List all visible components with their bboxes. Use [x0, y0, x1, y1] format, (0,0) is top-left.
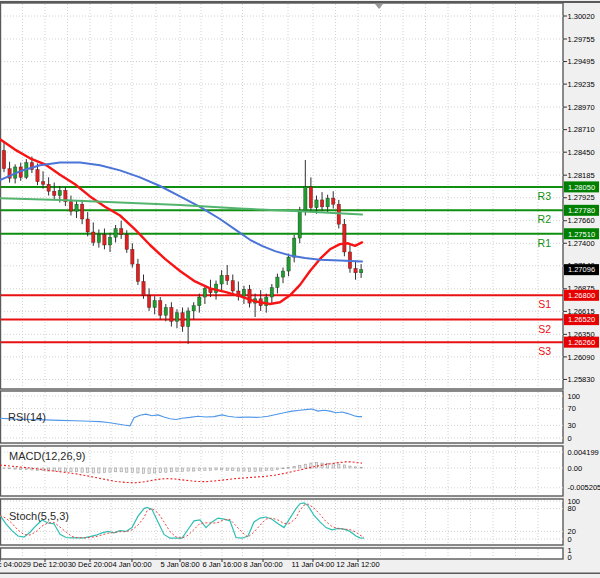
price-tick-label: 1.30020 — [568, 12, 595, 21]
macd-bar — [343, 465, 345, 468]
level-chip-S3-text: 1.26260 — [568, 338, 595, 347]
candle-body — [58, 190, 61, 195]
candle-body — [354, 268, 357, 272]
macd-bar — [349, 466, 351, 468]
time-tick-label: 5 Jan 08:00 — [160, 560, 199, 569]
candle-body — [131, 249, 134, 264]
macd-bar — [327, 463, 329, 468]
macd-bar — [265, 468, 267, 471]
candle-body — [175, 313, 178, 322]
price-pane[interactable] — [1, 3, 564, 389]
chart-window: R3R2R1S1S2S31.300201.297551.294951.29235… — [0, 0, 600, 578]
candle-body — [75, 204, 78, 211]
macd-bar — [87, 468, 89, 473]
macd-bar — [338, 464, 340, 468]
macd-bar — [304, 464, 306, 468]
macd-bar — [209, 468, 211, 470]
macd-bar — [131, 468, 133, 473]
rsi-tick-label: 0 — [568, 434, 572, 443]
macd-bar — [248, 468, 250, 471]
macd-tick-label: 0.00 — [568, 464, 583, 473]
macd-bar — [165, 468, 167, 472]
macd-bar — [137, 468, 139, 473]
price-tick-label: 1.27660 — [568, 216, 595, 225]
stoch-tick-label: 0 — [568, 535, 572, 544]
stoch-title: Stoch(5,5,3) — [9, 510, 69, 522]
macd-bar — [109, 468, 111, 472]
candle-body — [359, 270, 362, 273]
level-label-R1: R1 — [538, 237, 552, 249]
candle-body — [192, 306, 195, 311]
candle-body — [304, 187, 307, 210]
price-axis[interactable]: 1.300201.297551.294951.292351.289701.287… — [563, 12, 600, 562]
macd-bar — [8, 468, 10, 469]
rsi-title: RSI(14) — [8, 411, 46, 423]
candlestick-chart[interactable]: R3R2R1S1S2S31.300201.297551.294951.29235… — [0, 0, 600, 578]
macd-bar — [187, 468, 189, 471]
rsi-tick-label: 70 — [568, 404, 576, 413]
candle-body — [164, 307, 167, 315]
candle-body — [119, 229, 122, 235]
macd-bar — [237, 468, 239, 471]
macd-bar — [221, 468, 223, 470]
macd-bar — [254, 468, 256, 471]
price-tick-label: 1.29755 — [568, 35, 595, 44]
macd-bar — [193, 468, 195, 471]
candle-body — [198, 297, 201, 306]
level-label-S3: S3 — [538, 345, 551, 357]
macd-bar — [154, 468, 156, 473]
candle-body — [287, 257, 290, 271]
price-tick-label: 1.27400 — [568, 239, 595, 248]
time-tick-label: 29 Dec 12:00 — [23, 560, 68, 569]
time-tick-label: 4 Jan 00:00 — [112, 560, 151, 569]
price-tick-label: 1.27925 — [568, 193, 595, 202]
level-chip-R1-text: 1.27510 — [568, 230, 595, 239]
candle-body — [153, 301, 156, 308]
candle-body — [159, 301, 162, 316]
macd-bar — [103, 468, 105, 473]
macd-bar — [293, 466, 295, 468]
candle-body — [41, 182, 44, 185]
macd-bar — [120, 468, 122, 472]
price-tick-label: 1.26090 — [568, 353, 595, 362]
time-tick-label: 28 Dec 04:00 — [0, 560, 22, 569]
price-tick-label: 1.28185 — [568, 171, 595, 180]
macd-bar — [176, 468, 178, 471]
candle-body — [170, 307, 173, 321]
level-label-R2: R2 — [538, 213, 552, 225]
candle-body — [298, 210, 301, 238]
time-axis[interactable]: 28 Dec 04:0029 Dec 12:0030 Dec 20:004 Ja… — [0, 559, 380, 569]
candle-body — [309, 187, 312, 208]
macd-bar — [70, 468, 72, 472]
macd-bar — [198, 468, 200, 471]
candle-body — [97, 235, 100, 243]
rsi-tick-label: 30 — [568, 421, 576, 430]
macd-bar — [3, 468, 5, 469]
scale-tick-label: 0 — [568, 553, 572, 562]
current-price-chip-text: 1.27096 — [568, 265, 595, 274]
candle-body — [320, 200, 323, 207]
level-chip-R2-text: 1.27780 — [568, 206, 595, 215]
price-tick-label: 1.29235 — [568, 80, 595, 89]
macd-bar — [81, 468, 83, 472]
macd-bar — [204, 468, 206, 470]
macd-tick-label: -0.005205 — [568, 483, 600, 492]
candle-body — [86, 219, 89, 232]
candle-body — [53, 191, 56, 195]
macd-title: MACD(12,26,9) — [9, 450, 85, 462]
time-tick-label: 30 Dec 20:00 — [68, 560, 113, 569]
level-chip-S2-text: 1.26520 — [568, 315, 595, 324]
time-tick-label: 6 Jan 16:00 — [202, 560, 241, 569]
rsi-pane[interactable] — [1, 391, 564, 443]
candle-body — [315, 200, 318, 208]
macd-bar — [98, 468, 100, 473]
macd-bar — [215, 468, 217, 470]
candle-body — [108, 237, 111, 245]
level-label-R3: R3 — [538, 190, 552, 202]
candle-body — [92, 232, 95, 242]
candle-body — [2, 150, 5, 168]
macd-bar — [332, 464, 334, 468]
macd-bar — [115, 468, 117, 472]
scale-pane[interactable] — [1, 548, 564, 559]
macd-bar — [64, 468, 66, 471]
